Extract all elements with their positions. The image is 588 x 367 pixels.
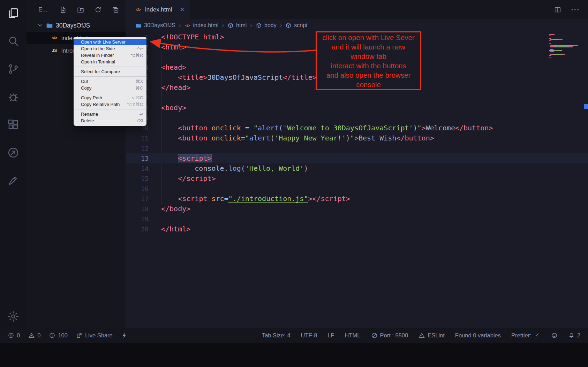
code-line-19[interactable]: 19 [126,214,588,224]
breadcrumb-script[interactable]: script [285,22,307,29]
menu-item-select-for-compare[interactable]: Select for Compare [74,68,146,75]
status-lf[interactable]: LF [327,332,334,339]
status-bar-right: Tab Size: 4UTF-8LFHTMLPort : 5500ESLintF… [262,332,580,339]
activity-extensions-button[interactable] [7,118,20,131]
activity-source-control-button[interactable] [7,63,20,75]
js-icon: JS [51,47,58,54]
code-token: > [207,154,211,162]
status-2[interactable]: 2 [568,332,580,339]
menu-item-shortcut: ↩ [140,112,143,117]
line-number: 11 [126,133,149,143]
breadcrumb-30daysofjs[interactable]: 30DaysOfJS [135,22,175,29]
annotation-line: interact with the buttons [317,61,420,70]
menu-item-label: Cut [81,79,131,84]
new-file-button[interactable] [59,6,67,14]
menu-item-rename[interactable]: Rename↩ [74,111,146,117]
breadcrumb-label: script [294,22,307,29]
status-live-share[interactable]: Live Share [76,332,113,339]
breadcrumb-body[interactable]: body [256,22,277,29]
breadcrumb-separator: › [222,22,224,29]
ellipsis-button[interactable]: ⋯ [571,6,579,14]
menu-item-cut[interactable]: Cut⌘X [74,78,146,85]
status-eslint[interactable]: ESLint [419,332,445,339]
check-icon: ✓ [534,332,541,339]
menu-item-label: Copy Relative Path [81,102,122,107]
folder-row-30daysofjs[interactable]: 30DaysOfJS [27,19,126,32]
code-line-10[interactable]: 10 <button onclick = "alert('Welcome to … [126,123,588,133]
editor-actions: ⋯ [554,0,588,19]
minimap[interactable] [549,34,581,59]
activity-settings-button[interactable] [7,310,20,323]
code-line-16[interactable]: 16 [126,184,588,194]
status-utf-8[interactable]: UTF-8 [301,332,317,339]
search-icon [7,35,20,47]
breadcrumb-separator: › [280,22,282,29]
code-line-18[interactable]: 18</body> [126,204,588,214]
minimap-token [550,49,553,50]
tab-index-html[interactable]: </>index.html✕ [126,0,190,19]
line-number: 13 [126,153,149,163]
menu-item-copy-path[interactable]: Copy Path⌥⌘C [74,94,146,101]
code-line-8[interactable]: 8<body> [126,103,588,113]
menu-item-open-in-terminal[interactable]: Open in Terminal [74,59,146,65]
activity-debug-button[interactable] [7,91,20,103]
code-token: " [350,134,354,142]
minimap-token [555,54,562,55]
status-0[interactable]: 0 [8,332,20,339]
status-100[interactable]: 100 [49,332,68,339]
folder-name: 30DaysOfJS [56,22,90,29]
code-line-17[interactable]: 17 <script src="./introduction.js"></scr… [126,194,588,204]
pen-icon [7,174,20,187]
close-tab-icon[interactable]: ✕ [180,7,184,13]
code-line-12[interactable]: 12 [126,143,588,153]
ellipsis-icon: ⋯ [571,7,580,13]
collapse-all-button[interactable] [112,6,119,14]
code-line-14[interactable]: 14 console.log('Hello, World') [126,163,588,174]
status-prettier[interactable]: Prettier:✓ [511,332,541,339]
code-token: Welcome [426,124,455,132]
menu-item-shortcut: ^↩ [137,46,143,51]
code-token: = [224,194,228,203]
code-line-20[interactable]: 20</html> [126,224,588,234]
refresh-button[interactable] [94,6,102,14]
menu-item-open-with-live-server[interactable]: Open with Live Server [74,39,146,45]
menu-item-reveal-in-finder[interactable]: Reveal in Finder⌥⌘R [74,52,146,59]
status-zap[interactable] [121,332,128,339]
activity-explorer-button[interactable] [7,7,20,20]
code-token: Best Wish [359,134,396,142]
activity-bar [0,0,27,328]
code-token: ></script> [308,194,350,203]
status-found-0-variables[interactable]: Found 0 variables [455,332,501,339]
minimap-token [556,50,561,51]
split-editor-button[interactable] [554,6,561,14]
code-line-content: <html> [161,42,186,52]
status-text: 0 [37,332,40,339]
status-port-5500[interactable]: Port : 5500 [371,332,408,339]
activity-circle-arrow-button[interactable] [7,146,20,159]
new-folder-button[interactable] [77,6,84,14]
code-line-11[interactable]: 11 <button onclick="alert('Happy New Yea… [126,133,588,143]
status-tab-size-4[interactable]: Tab Size: 4 [262,332,291,339]
code-line-13[interactable]: 13 <script> [126,153,588,163]
status-text: 0 [17,332,20,339]
code-line-9[interactable]: 9 [126,113,588,123]
activity-search-button[interactable] [7,35,20,47]
status-0[interactable]: 0 [28,332,40,339]
breadcrumb-index-html[interactable]: </>index.html [184,22,218,29]
menu-item-delete[interactable]: Delete⌫ [74,117,146,124]
minimap-token [550,46,553,47]
activity-pen-button[interactable] [7,174,20,187]
breadcrumb-html[interactable]: html [227,22,247,29]
code-line-7[interactable]: 7 [126,93,588,103]
minimap-line [549,54,581,55]
menu-item-copy[interactable]: Copy⌘C [74,85,146,91]
menu-item-open-to-the-side[interactable]: Open to the Side^↩ [74,45,146,52]
status-smiley[interactable] [551,332,558,339]
code-token: <html> [161,43,186,51]
status-html[interactable]: HTML [345,332,361,339]
minimap-token [562,54,566,55]
menu-item-copy-relative-path[interactable]: Copy Relative Path⌥⇧⌘C [74,101,146,108]
menu-separator [74,93,146,93]
minimap-token [553,39,560,40]
code-line-15[interactable]: 15 </script> [126,174,588,184]
